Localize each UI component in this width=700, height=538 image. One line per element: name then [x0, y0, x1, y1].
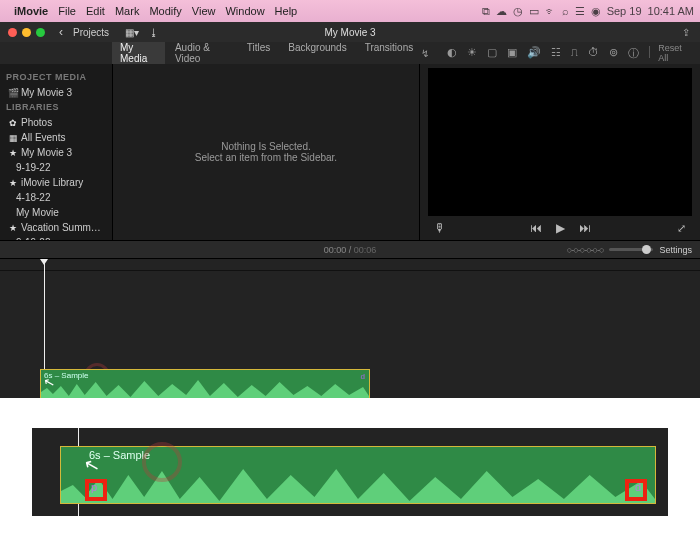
media-tabs: My Media Audio & Video Titles Background…	[112, 39, 421, 67]
menu-view[interactable]: View	[192, 5, 216, 17]
browser-empty-subtitle: Select an item from the Sidebar.	[195, 152, 337, 163]
zoom-slider[interactable]	[609, 248, 653, 251]
browser-empty-title: Nothing Is Selected.	[221, 141, 311, 152]
adjustment-tools: ◐ ☀ ▢ ▣ 🔊 ☷ ⎍ ⏱ ⊚ ⓘ	[447, 46, 650, 61]
search-icon[interactable]: ⌕	[562, 5, 569, 17]
inset-frame: 6s – Sample p d ↖	[32, 428, 668, 516]
menu-help[interactable]: Help	[275, 5, 298, 17]
tab-audio-video[interactable]: Audio & Video	[167, 39, 237, 67]
inset-left-mark: p	[91, 481, 97, 493]
noise-icon[interactable]: ☷	[551, 46, 561, 61]
color-balance-icon[interactable]: ◐	[447, 46, 457, 61]
filter-icon[interactable]: ⊚	[609, 46, 618, 61]
menu-app[interactable]: iMovie	[14, 5, 48, 17]
timeline-header: 00:00 / 00:06 ○-○-○-○-○-○ Settings	[0, 240, 700, 258]
menu-mark[interactable]: Mark	[115, 5, 139, 17]
sidebar-item-lib2[interactable]: ★iMovie Library	[4, 175, 108, 190]
main-panels: PROJECT MEDIA 🎬My Movie 3 LIBRARIES ✿Pho…	[0, 64, 700, 240]
status-time[interactable]: 10:41 AM	[648, 5, 694, 17]
sync-icon[interactable]: ☁	[496, 5, 507, 18]
star-icon: ★	[8, 148, 18, 158]
inset-right-mark: d	[635, 481, 641, 493]
timeline[interactable]: 6s – Sample d ↖	[0, 258, 700, 398]
sidebar-item-lib2b[interactable]: My Movie	[4, 205, 108, 220]
sidebar-header-project: PROJECT MEDIA	[6, 72, 108, 82]
menu-modify[interactable]: Modify	[149, 5, 181, 17]
tab-transitions[interactable]: Transitions	[357, 39, 422, 67]
time-current: 00:00	[324, 245, 347, 255]
tab-my-media[interactable]: My Media	[112, 39, 165, 67]
share-icon[interactable]: ⇪	[682, 27, 690, 38]
crop-icon[interactable]: ▢	[487, 46, 497, 61]
star-icon: ★	[8, 223, 18, 233]
zoom-icon[interactable]	[36, 28, 45, 37]
imovie-window: ‹ Projects ▦▾ ⭳ My Movie 3 ⇪ My Media Au…	[0, 22, 700, 398]
sidebar-item-photos[interactable]: ✿Photos	[4, 115, 108, 130]
magic-wand-icon[interactable]: ↯	[421, 48, 429, 59]
menu-file[interactable]: File	[58, 5, 76, 17]
clapper-icon: 🎬	[8, 88, 18, 98]
window-titlebar: ‹ Projects ▦▾ ⭳ My Movie 3 ⇪	[0, 22, 700, 42]
tab-titles[interactable]: Titles	[239, 39, 279, 67]
voiceover-icon[interactable]: 🎙	[434, 221, 446, 235]
play-button-icon[interactable]: ▶	[556, 221, 565, 235]
info-icon[interactable]: ⓘ	[628, 46, 639, 61]
sidebar-item-lib1[interactable]: ★My Movie 3	[4, 145, 108, 160]
minimize-icon[interactable]	[22, 28, 31, 37]
library-sidebar: PROJECT MEDIA 🎬My Movie 3 LIBRARIES ✿Pho…	[0, 64, 112, 240]
media-browser: Nothing Is Selected. Select an item from…	[112, 64, 420, 240]
tab-backgrounds[interactable]: Backgrounds	[280, 39, 354, 67]
close-icon[interactable]	[8, 28, 17, 37]
app-menu: iMovie File Edit Mark Modify View Window…	[14, 5, 297, 17]
status-icons: ⧉ ☁ ◷ ▭ ᯤ ⌕ ☰ ◉ Sep 19 10:41 AM	[482, 5, 694, 18]
fullscreen-icon[interactable]: ⤢	[677, 222, 686, 235]
inset-click-indicator	[142, 442, 182, 482]
traffic-lights	[8, 28, 45, 37]
grid-icon: ▦	[8, 133, 18, 143]
separator	[649, 46, 650, 58]
sidebar-item-allevents[interactable]: ▦All Events	[4, 130, 108, 145]
control-center-icon[interactable]: ☰	[575, 5, 585, 18]
back-chevron-icon[interactable]: ‹	[59, 25, 63, 39]
menu-edit[interactable]: Edit	[86, 5, 105, 17]
timecode: 00:00 / 00:06	[0, 245, 700, 255]
color-correction-icon[interactable]: ☀	[467, 46, 477, 61]
timeline-ruler[interactable]	[0, 259, 700, 271]
reset-all-button[interactable]: Reset All	[658, 43, 692, 63]
preview-viewer[interactable]	[428, 68, 692, 216]
audio-clip[interactable]: 6s – Sample d	[40, 369, 370, 399]
status-date[interactable]: Sep 19	[607, 5, 642, 17]
wifi-icon[interactable]: ᯤ	[545, 5, 556, 17]
time-total: 00:06	[354, 245, 377, 255]
star-icon: ★	[8, 178, 18, 188]
sidebar-item-lib3[interactable]: ★Vacation Summer 2022	[4, 220, 108, 235]
recording-icon[interactable]: ⧉	[482, 5, 490, 18]
stabilize-icon[interactable]: ▣	[507, 46, 517, 61]
macos-menubar: iMovie File Edit Mark Modify View Window…	[0, 0, 700, 22]
sidebar-item-lib1a[interactable]: 9-19-22	[4, 160, 108, 175]
sidebar-header-libraries: LIBRARIES	[6, 102, 108, 112]
volume-icon[interactable]: 🔊	[527, 46, 541, 61]
sidebar-item-lib2a[interactable]: 4-18-22	[4, 190, 108, 205]
photos-icon: ✿	[8, 118, 18, 128]
zoom-inset: 6s – Sample p d ↖	[0, 398, 700, 538]
next-button-icon[interactable]: ⏭	[579, 221, 591, 235]
clock-icon[interactable]: ◷	[513, 5, 523, 18]
siri-icon[interactable]: ◉	[591, 5, 601, 18]
sidebar-item-project[interactable]: 🎬My Movie 3	[4, 85, 108, 100]
waveform-icon	[41, 376, 369, 398]
preview-controls: 🎙 ⏮ ▶ ⏭ ⤢	[420, 216, 700, 240]
preview-panel: 🎙 ⏮ ▶ ⏭ ⤢	[420, 64, 700, 240]
speed-icon[interactable]: ⏱	[588, 46, 599, 61]
equalizer-icon[interactable]: ⎍	[571, 46, 578, 61]
prev-button-icon[interactable]: ⏮	[530, 221, 542, 235]
back-projects-button[interactable]: Projects	[73, 27, 109, 38]
display-icon[interactable]: ▭	[529, 5, 539, 18]
media-toolbar: My Media Audio & Video Titles Background…	[0, 42, 700, 64]
library-icon[interactable]: ▦▾	[125, 27, 139, 38]
import-icon[interactable]: ⭳	[149, 27, 159, 38]
menu-window[interactable]: Window	[225, 5, 264, 17]
